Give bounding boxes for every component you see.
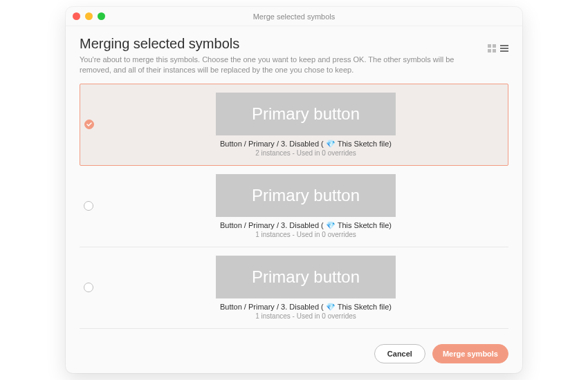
cancel-button[interactable]: Cancel (374, 344, 425, 363)
svg-rect-3 (493, 49, 496, 53)
svg-rect-1 (493, 44, 496, 48)
merge-symbols-button[interactable]: Merge symbols (432, 344, 508, 363)
symbol-list: Primary button Button / Primary / 3. Dis… (66, 79, 522, 334)
symbol-path: Button / Primary / 3. Disabled ( 💎 This … (220, 221, 392, 230)
merge-symbols-window: Merge selected symbols Merging selected … (66, 7, 522, 373)
svg-rect-6 (500, 50, 508, 52)
svg-rect-4 (500, 45, 508, 46)
header: Merging selected symbols You're about to… (66, 26, 522, 79)
symbol-cell: Primary button Button / Primary / 3. Dis… (108, 93, 504, 157)
footer: Cancel Merge symbols (66, 334, 522, 373)
symbol-cell: Primary button Button / Primary / 3. Dis… (107, 256, 504, 320)
traffic-lights (73, 12, 105, 20)
radio-select[interactable] (84, 120, 94, 129)
thumbnail-label: Primary button (252, 267, 360, 287)
symbol-path: Button / Primary / 3. Disabled ( 💎 This … (220, 303, 392, 312)
symbol-thumbnail: Primary button (216, 174, 396, 217)
symbol-cell: Primary button Button / Primary / 3. Dis… (107, 174, 504, 238)
list-view-icon[interactable] (500, 44, 508, 53)
svg-rect-5 (500, 48, 508, 49)
svg-rect-0 (488, 44, 491, 48)
sketch-diamond-icon: 💎 (326, 221, 336, 230)
page-title: Merging selected symbols (80, 36, 508, 52)
grid-view-icon[interactable] (488, 44, 496, 53)
symbol-thumbnail: Primary button (216, 93, 396, 135)
symbol-path: Button / Primary / 3. Disabled ( 💎 This … (220, 140, 392, 149)
symbol-thumbnail: Primary button (216, 256, 396, 298)
minimize-icon[interactable] (85, 12, 93, 20)
thumbnail-label: Primary button (252, 186, 360, 205)
symbol-usage: 1 instances - Used in 0 overrides (255, 312, 356, 320)
radio-select[interactable] (84, 201, 93, 211)
titlebar: Merge selected symbols (66, 7, 522, 26)
symbol-row[interactable]: Primary button Button / Primary / 3. Dis… (80, 247, 508, 329)
symbol-usage: 1 instances - Used in 0 overrides (255, 231, 356, 238)
radio-select[interactable] (84, 283, 93, 292)
sketch-diamond-icon: 💎 (326, 140, 336, 149)
maximize-icon[interactable] (98, 12, 105, 20)
symbol-row[interactable]: Primary button Button / Primary / 3. Dis… (80, 166, 508, 247)
page-subtitle: You're about to merge this symbols. Choo… (80, 55, 467, 75)
close-icon[interactable] (73, 12, 80, 20)
symbol-usage: 2 instances - Used in 0 overrides (255, 149, 356, 157)
symbol-row[interactable]: Primary button Button / Primary / 3. Dis… (80, 84, 508, 166)
svg-rect-2 (488, 49, 491, 53)
view-toggle (488, 44, 508, 53)
thumbnail-label: Primary button (252, 104, 360, 124)
sketch-diamond-icon: 💎 (326, 303, 336, 312)
window-title: Merge selected symbols (253, 12, 336, 21)
